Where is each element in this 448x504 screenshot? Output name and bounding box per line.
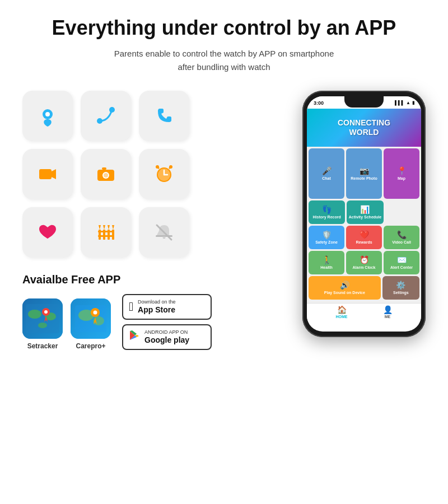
page-container: Everything under control by an APP Paren… [0, 0, 448, 504]
phone-nav-home[interactable]: 🏠 HOME [336, 305, 348, 319]
appstore-text: Download on the App Store [138, 299, 176, 315]
svg-point-16 [156, 165, 159, 169]
phone-nav-me[interactable]: 👤 ME [383, 305, 393, 319]
phone-signal: ▌▌▌ [395, 100, 404, 105]
phone-cell-settings: ⚙️ Settings [382, 276, 419, 300]
icon-phone [139, 91, 189, 141]
svg-marker-25 [108, 225, 110, 230]
phone-cell-history: 👣 History Record [309, 200, 345, 224]
left-panel: Avaialbe Free APP [22, 91, 291, 350]
phone-cell-map-spacer [385, 200, 419, 224]
icon-video [22, 149, 73, 199]
phone-cell-safety: 🛡️ Safety Zone [309, 226, 344, 249]
phone-cell-activity: 📊 Activity Schedule [347, 200, 383, 224]
phone-time: 3:00 [314, 100, 324, 106]
phone-outer: 3:00 ▌▌▌ ▲ ▮ CONNECTING WORLD [302, 91, 426, 337]
phone-screen: 3:00 ▌▌▌ ▲ ▮ CONNECTING WORLD [307, 96, 421, 332]
google-play-icon [129, 330, 140, 344]
svg-rect-28 [98, 235, 114, 237]
phone-cell-chat: 🎤 Chat [309, 148, 344, 199]
svg-point-18 [169, 165, 172, 169]
content-area: Avaialbe Free APP [22, 91, 426, 350]
icon-alarm [139, 149, 189, 199]
store-buttons:  Download on the App Store [122, 294, 212, 350]
phone-cell-playsound: 🔊 Play Sound on Device [309, 276, 381, 300]
feature-icon-grid [22, 91, 291, 258]
phone-app-title: CONNECTING WORLD [338, 118, 390, 137]
phone-cell-videocall: 📞 Video Call [384, 226, 419, 249]
svg-rect-10 [102, 167, 106, 170]
googleplay-button[interactable]: ANDROID APP ON Google play [122, 324, 212, 350]
phone-grid-row-5: 🔊 Play Sound on Device ⚙️ Settings [309, 276, 419, 300]
person-icon: 👤 [383, 305, 393, 314]
svg-point-9 [104, 173, 108, 178]
phone-mockup: 3:00 ▌▌▌ ▲ ▮ CONNECTING WORLD [302, 91, 426, 337]
svg-rect-29 [156, 235, 172, 237]
home-icon: 🏠 [337, 305, 347, 314]
setracker-app: Setracker [22, 298, 63, 350]
icon-route [81, 91, 131, 141]
phone-status-right: ▌▌▌ ▲ ▮ [395, 100, 414, 105]
icon-camera [81, 149, 131, 199]
phone-grid-row-2: 👣 History Record 📊 Activity Schedule [309, 200, 419, 224]
phone-app-header: CONNECTING WORLD [307, 109, 421, 147]
phone-notch [344, 96, 384, 108]
phone-cell-map: 📍 Map [384, 148, 419, 199]
svg-rect-27 [98, 231, 114, 232]
icon-fence [81, 207, 131, 258]
phone-grid-row-1: 🎤 Chat 📷 Remote Photo 📍 Map [309, 148, 419, 199]
page-title: Everything under control by an APP [22, 17, 426, 39]
svg-rect-5 [39, 169, 52, 179]
setracker-label: Setracker [27, 342, 58, 350]
svg-marker-6 [52, 169, 56, 179]
icon-heart [22, 207, 73, 258]
setracker-logo [22, 298, 63, 339]
svg-point-1 [45, 112, 50, 116]
phone-bottom-nav: 🏠 HOME 👤 ME [307, 303, 421, 321]
svg-marker-26 [112, 225, 114, 230]
phone-grid-row-4: 🚶 Health ⏰ Alarm Clock ✉️ Alert Center [309, 251, 419, 274]
carepro-logo [71, 298, 111, 339]
svg-marker-23 [99, 225, 101, 230]
svg-marker-24 [103, 225, 105, 230]
phone-battery: ▮ [412, 100, 414, 105]
appstore-button[interactable]:  Download on the App Store [122, 294, 212, 320]
icon-location [22, 91, 73, 141]
svg-point-37 [44, 310, 48, 314]
svg-point-35 [38, 323, 47, 328]
svg-point-33 [28, 310, 41, 319]
carepro-app: Carepro+ [71, 298, 111, 350]
carepro-label: Carepro+ [76, 342, 105, 350]
app-logos-row: Setracker [22, 294, 291, 350]
googleplay-text: ANDROID APP ON Google play [144, 329, 189, 345]
phone-grid-row-3: 🛡️ Safety Zone ❤️ Rewards 📞 Video Call [309, 226, 419, 249]
phone-cell-remote-photo: 📷 Remote Photo [346, 148, 382, 199]
free-app-title: Avaialbe Free APP [22, 273, 291, 286]
phone-cell-health: 🚶 Health [309, 251, 344, 274]
phone-cell-rewards: ❤️ Rewards [346, 226, 382, 249]
free-app-section: Avaialbe Free APP [22, 273, 291, 350]
phone-wifi: ▲ [406, 100, 410, 105]
svg-point-43 [94, 310, 97, 314]
phone-cell-alarm: ⏰ Alarm Clock [346, 251, 382, 274]
phone-cell-alert: ✉️ Alert Center [384, 251, 419, 274]
icon-no-bell [139, 207, 189, 258]
page-subtitle: Parents enable to control the watch by A… [22, 47, 426, 74]
apple-icon:  [129, 300, 133, 314]
